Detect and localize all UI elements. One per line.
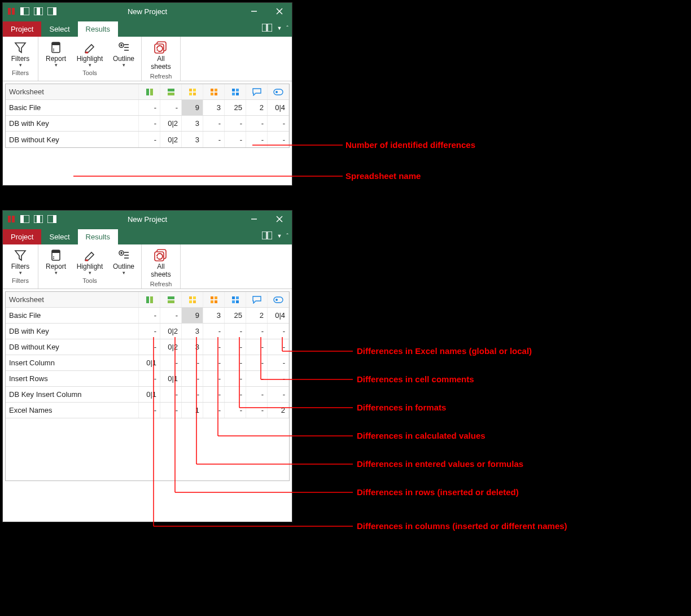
layout-center-icon[interactable] [33, 6, 43, 16]
rows-icon[interactable] [160, 84, 182, 99]
columns-icon[interactable] [139, 84, 160, 99]
grid-cell[interactable]: - [139, 116, 160, 131]
grid-cell[interactable]: 3 [182, 339, 203, 355]
grid-cell[interactable]: 0|2 [160, 339, 182, 355]
calc-icon[interactable] [203, 84, 225, 99]
minimize-button[interactable] [241, 211, 266, 228]
grid-cell[interactable]: - [160, 100, 182, 115]
grid-cell[interactable]: - [268, 116, 289, 131]
filters-button[interactable]: Filters▾ [6, 247, 34, 276]
layout-toggle-icon[interactable] [262, 231, 272, 241]
grid-cell[interactable]: - [160, 403, 182, 418]
layout-left-icon[interactable] [20, 6, 30, 16]
tab-results[interactable]: Results [78, 229, 118, 244]
grid-cell[interactable]: 2 [246, 308, 268, 323]
report-button[interactable]: Report ▾ [42, 39, 70, 68]
grid-cell[interactable]: - [268, 324, 289, 339]
grid-cell[interactable]: - [246, 339, 268, 355]
tab-results[interactable]: Results [78, 21, 118, 37]
grid-cell[interactable]: - [246, 371, 268, 386]
grid-cell[interactable]: - [268, 339, 289, 355]
all-sheets-button[interactable]: All sheets [145, 247, 177, 279]
grid-cell[interactable]: 9 [182, 100, 203, 115]
grid-cell[interactable]: - [203, 387, 225, 402]
worksheet-name[interactable]: DB without Key [6, 132, 139, 147]
layout-center-icon[interactable] [33, 214, 43, 224]
grid-cell[interactable]: - [203, 403, 225, 418]
grid-cell[interactable]: 0|1 [139, 355, 160, 370]
layout-left-icon[interactable] [20, 214, 30, 224]
table-row[interactable]: Basic File --932520|4 [6, 308, 289, 324]
worksheet-name[interactable]: Basic File [6, 100, 139, 115]
grid-cell[interactable]: - [246, 116, 268, 131]
grid-cell[interactable]: - [139, 339, 160, 355]
grid-cell[interactable]: - [203, 339, 225, 355]
rows-icon[interactable] [160, 292, 182, 307]
table-row[interactable]: Insert Column 0|1------ [6, 355, 289, 371]
layout-right-icon[interactable] [47, 6, 57, 16]
grid-cell[interactable]: 3 [182, 324, 203, 339]
grid-cell[interactable]: - [139, 324, 160, 339]
entered-icon[interactable] [182, 84, 203, 99]
highlight-button[interactable]: Highlight▾ [76, 247, 104, 276]
grid-cell[interactable]: - [246, 132, 268, 147]
comment-icon[interactable] [246, 292, 268, 307]
grid-cell[interactable]: - [160, 308, 182, 323]
grid-cell[interactable]: - [160, 387, 182, 402]
grid-cell[interactable]: - [182, 355, 203, 370]
format-icon[interactable] [225, 84, 246, 99]
grid-cell[interactable]: 0|4 [268, 100, 289, 115]
grid-cell[interactable]: - [268, 355, 289, 370]
grid-cell[interactable]: 0|1 [160, 371, 182, 386]
worksheet-name[interactable]: Insert Column [6, 355, 139, 370]
grid-cell[interactable]: - [268, 371, 289, 386]
grid-cell[interactable]: - [225, 132, 246, 147]
report-button[interactable]: Report▾ [42, 247, 70, 276]
close-button[interactable] [266, 3, 292, 20]
header-worksheet[interactable]: Worksheet [6, 292, 139, 307]
grid-cell[interactable]: 0|2 [160, 116, 182, 131]
table-row[interactable]: Insert Rows -0|1----- [6, 371, 289, 387]
tab-project[interactable]: Project [3, 229, 41, 244]
grid-cell[interactable]: 2 [268, 403, 289, 418]
grid-cell[interactable]: 2 [246, 100, 268, 115]
table-row[interactable]: DB Key Insert Column 0|1------ [6, 387, 289, 403]
grid-cell[interactable]: - [203, 355, 225, 370]
grid-cell[interactable]: 25 [225, 308, 246, 323]
grid-cell[interactable]: - [225, 403, 246, 418]
filters-button[interactable]: Filters ▾ [6, 39, 34, 68]
grid-cell[interactable]: - [203, 324, 225, 339]
grid-cell[interactable]: - [160, 355, 182, 370]
worksheet-name[interactable]: Excel Names [6, 403, 139, 418]
grid-cell[interactable]: - [246, 324, 268, 339]
tab-project[interactable]: Project [3, 21, 41, 37]
layout-right-icon[interactable] [47, 214, 57, 224]
grid-cell[interactable]: - [182, 371, 203, 386]
grid-cell[interactable]: 25 [225, 100, 246, 115]
grid-cell[interactable]: 0|4 [268, 308, 289, 323]
names-icon[interactable] [268, 292, 289, 307]
grid-cell[interactable]: - [139, 308, 160, 323]
grid-cell[interactable]: - [203, 116, 225, 131]
grid-cell[interactable]: - [225, 339, 246, 355]
grid-cell[interactable]: - [268, 387, 289, 402]
comment-icon[interactable] [246, 84, 268, 99]
header-worksheet[interactable]: Worksheet [6, 84, 139, 99]
calc-icon[interactable] [203, 292, 225, 307]
grid-cell[interactable]: - [225, 371, 246, 386]
table-row[interactable]: Excel Names --1---2 [6, 403, 289, 418]
collapse-ribbon-icon[interactable]: ˆ [286, 25, 288, 32]
outline-button[interactable]: Outline▾ [110, 247, 138, 276]
grid-cell[interactable]: - [182, 387, 203, 402]
grid-cell[interactable]: 0|2 [160, 132, 182, 147]
worksheet-name[interactable]: Insert Rows [6, 371, 139, 386]
names-icon[interactable] [268, 84, 289, 99]
grid-cell[interactable]: - [139, 132, 160, 147]
grid-cell[interactable]: - [225, 116, 246, 131]
highlight-button[interactable]: Highlight ▾ [76, 39, 104, 68]
grid-cell[interactable]: - [225, 387, 246, 402]
grid-cell[interactable]: - [139, 371, 160, 386]
table-row[interactable]: DB with Key -0|23---- [6, 116, 289, 132]
worksheet-name[interactable]: DB Key Insert Column [6, 387, 139, 402]
table-row[interactable]: DB without Key -0|23---- [6, 132, 289, 147]
